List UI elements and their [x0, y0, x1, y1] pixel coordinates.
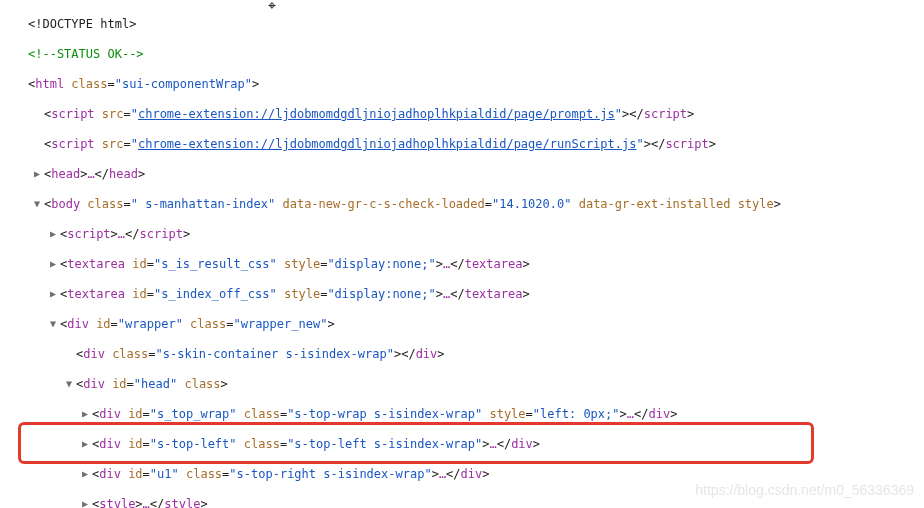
expand-triangle-icon[interactable]: ▶ [34, 166, 44, 181]
line-style[interactable]: ▶<style>…</style> [0, 497, 924, 508]
expand-triangle-icon[interactable]: ▶ [50, 286, 60, 301]
line-body[interactable]: ▼<body class=" s-manhattan-index" data-n… [0, 197, 924, 212]
collapse-triangle-icon[interactable]: ▼ [50, 316, 60, 331]
collapse-triangle-icon[interactable]: ▼ [34, 196, 44, 211]
script-2-link[interactable]: chrome-extension://ljdobmomdgdljniojadho… [138, 137, 637, 151]
line-textarea-1[interactable]: ▶<textarea id="s_is_result_css" style="d… [0, 257, 924, 272]
line-head-div[interactable]: ▼<div id="head" class> [0, 377, 924, 392]
expand-triangle-icon[interactable]: ▶ [50, 226, 60, 241]
expand-triangle-icon[interactable]: ▶ [82, 406, 92, 421]
script-1-link[interactable]: chrome-extension://ljdobmomdgdljniojadho… [138, 107, 615, 121]
line-s-top-wrap[interactable]: ▶<div id="s_top_wrap" class="s-top-wrap … [0, 407, 924, 422]
line-html[interactable]: ▶<html class="sui-componentWrap"> [0, 77, 924, 92]
line-skin[interactable]: ▶<div class="s-skin-container s-isindex-… [0, 347, 924, 362]
line-doctype: ▶<!DOCTYPE html> [0, 17, 924, 32]
expand-triangle-icon[interactable]: ▶ [82, 466, 92, 481]
line-head[interactable]: ▶<head>…</head> [0, 167, 924, 182]
expand-triangle-icon[interactable]: ▶ [50, 256, 60, 271]
expand-triangle-icon[interactable]: ▶ [82, 436, 92, 451]
line-wrapper[interactable]: ▼<div id="wrapper" class="wrapper_new"> [0, 317, 924, 332]
expand-triangle-icon[interactable]: ▶ [82, 496, 92, 508]
line-body-script[interactable]: ▶<script>…</script> [0, 227, 924, 242]
line-script-1[interactable]: ▶<script src="chrome-extension://ljdobmo… [0, 107, 924, 122]
line-u1[interactable]: ▶<div id="u1" class="s-top-right s-isind… [0, 467, 924, 482]
line-textarea-2[interactable]: ▶<textarea id="s_index_off_css" style="d… [0, 287, 924, 302]
line-comment: ▶<!--STATUS OK--> [0, 47, 924, 62]
line-s-top-left[interactable]: ▶<div id="s-top-left" class="s-top-left … [0, 437, 924, 452]
devtools-elements-panel[interactable]: ▶<!DOCTYPE html> ▶<!--STATUS OK--> ▶<htm… [0, 0, 924, 508]
line-script-2[interactable]: ▶<script src="chrome-extension://ljdobmo… [0, 137, 924, 152]
collapse-triangle-icon[interactable]: ▼ [66, 376, 76, 391]
